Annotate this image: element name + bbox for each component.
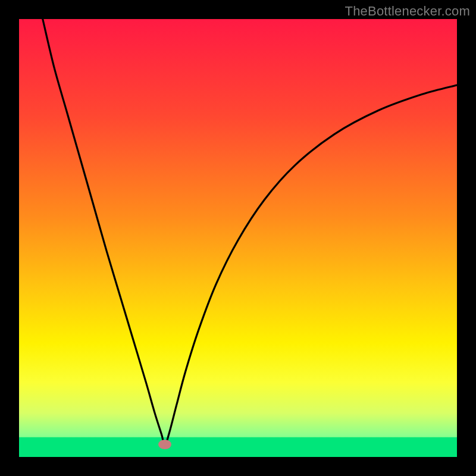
optimal-point-marker — [158, 440, 171, 449]
plot-area — [19, 19, 457, 457]
chart-stage: TheBottlenecker.com — [0, 0, 476, 476]
bottleneck-curve — [19, 19, 457, 457]
watermark-text: TheBottlenecker.com — [345, 4, 470, 19]
